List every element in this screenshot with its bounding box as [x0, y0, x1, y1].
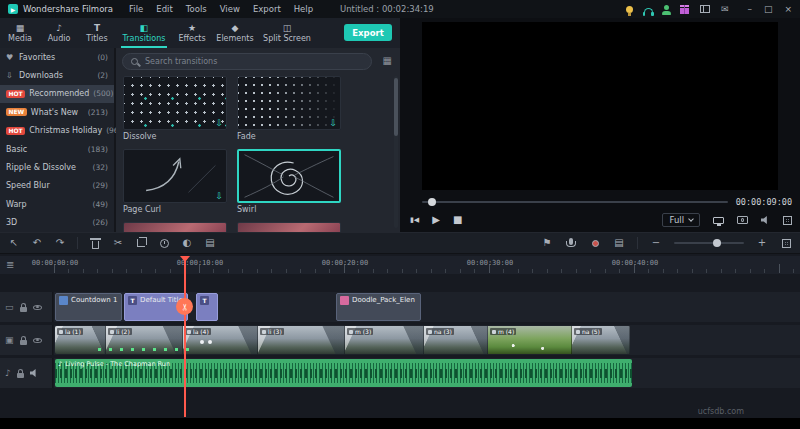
- keyframe-markers[interactable]: [94, 347, 189, 352]
- transition-item-swirl[interactable]: Swirl: [237, 149, 341, 214]
- maximize-button[interactable]: [764, 4, 773, 14]
- display-device-icon[interactable]: [713, 217, 724, 224]
- audio-track-lane[interactable]: Living Pulse - The Chapman Run: [54, 358, 800, 388]
- menu-tools[interactable]: Tools: [186, 4, 207, 14]
- lock-icon[interactable]: [17, 373, 24, 378]
- transition-item-fade[interactable]: Fade: [237, 76, 341, 141]
- scrollbar-thumb[interactable]: [394, 78, 398, 136]
- close-button[interactable]: [784, 4, 792, 14]
- speed-icon[interactable]: [160, 239, 169, 248]
- undo-icon[interactable]: [31, 238, 43, 248]
- color-tuning-icon[interactable]: [181, 238, 193, 248]
- transition-item-dissolve[interactable]: Dissolve: [123, 76, 227, 141]
- export-button[interactable]: Export: [344, 24, 392, 41]
- tab-effects[interactable]: Effects: [172, 18, 212, 48]
- play-button[interactable]: [432, 215, 440, 225]
- transition-thumbnail[interactable]: [237, 76, 341, 130]
- timeline-ruler[interactable]: 00:00:00:00 00:00:10:00 00:00:20:00 00:0…: [0, 256, 800, 274]
- pointer-tool-icon[interactable]: [8, 238, 20, 248]
- sidebar-item-3d[interactable]: 3D (26): [0, 214, 114, 232]
- redo-icon[interactable]: [54, 238, 66, 248]
- zoom-slider-handle[interactable]: [713, 239, 721, 247]
- seek-handle[interactable]: [428, 198, 436, 206]
- tab-elements[interactable]: Elements: [212, 18, 258, 48]
- feedback-mail-icon[interactable]: ✉: [721, 4, 729, 14]
- grid-view-icon[interactable]: [383, 56, 392, 66]
- download-icon[interactable]: [329, 119, 337, 128]
- green-screen-icon[interactable]: [204, 238, 216, 248]
- menu-help[interactable]: Help: [294, 4, 313, 14]
- visibility-icon[interactable]: [33, 305, 42, 310]
- video-clip-segment[interactable]: la (4): [183, 326, 258, 354]
- sidebar-item-basic[interactable]: Basic (183): [0, 140, 114, 158]
- menu-file[interactable]: File: [129, 4, 143, 14]
- tab-media[interactable]: Media: [0, 18, 40, 48]
- sidebar-item-favorites[interactable]: Favorites (0): [0, 48, 114, 66]
- delete-icon[interactable]: [92, 241, 99, 249]
- panel-scrollbar[interactable]: [394, 76, 398, 228]
- split-at-playhead-button[interactable]: [176, 298, 193, 315]
- video-track-lane[interactable]: la (1) li (2) la (4) li (3) m (3): [54, 325, 800, 355]
- menu-edit[interactable]: Edit: [156, 4, 172, 14]
- seek-bar[interactable]: [422, 201, 728, 203]
- download-icon[interactable]: [215, 192, 223, 201]
- transition-item-partial[interactable]: [237, 222, 341, 232]
- transition-thumbnail-selected[interactable]: [237, 149, 341, 203]
- video-clip-segment[interactable]: m (3): [345, 326, 424, 354]
- audio-mixer-icon[interactable]: [613, 238, 625, 248]
- fit-timeline-icon[interactable]: [782, 239, 791, 248]
- search-input[interactable]: [143, 56, 363, 67]
- gift-icon[interactable]: [680, 8, 689, 14]
- tab-titles[interactable]: Titles: [78, 18, 116, 48]
- clip-doodle-pack[interactable]: Doodle_Pack_Elen: [336, 293, 421, 321]
- minimize-button[interactable]: [747, 4, 752, 14]
- tab-transitions[interactable]: Transitions: [116, 18, 172, 48]
- video-clip-segment[interactable]: na (5): [572, 326, 630, 354]
- clip-countdown[interactable]: Countdown 1: [55, 293, 122, 321]
- transition-thumbnail[interactable]: [123, 149, 227, 203]
- fullscreen-icon[interactable]: [783, 216, 792, 225]
- lock-icon[interactable]: [20, 307, 27, 312]
- audio-clip[interactable]: Living Pulse - The Chapman Run: [55, 359, 632, 387]
- sidebar-item-whats-new[interactable]: NEW What's New (213): [0, 103, 114, 121]
- visibility-icon[interactable]: [33, 338, 42, 343]
- sidebar-item-christmas-holiday[interactable]: HOT Christmas Holiday (96): [0, 122, 114, 140]
- support-headset-icon[interactable]: [644, 8, 653, 14]
- snapshot-icon[interactable]: [737, 216, 748, 224]
- previous-frame-button[interactable]: [410, 215, 419, 225]
- search-bar[interactable]: [122, 53, 372, 70]
- video-clip-segment[interactable]: na (3): [424, 326, 488, 354]
- transition-item-page-curl[interactable]: Page Curl: [123, 149, 227, 214]
- tips-icon[interactable]: [626, 6, 633, 13]
- sidebar-item-ripple-dissolve[interactable]: Ripple & Dissolve (32): [0, 158, 114, 176]
- transition-thumbnail[interactable]: [237, 222, 341, 232]
- video-clip-segment[interactable]: m (4): [488, 326, 572, 354]
- zoom-in-icon[interactable]: [756, 238, 768, 248]
- zoom-out-icon[interactable]: [650, 238, 662, 248]
- zoom-level-dropdown[interactable]: Full: [662, 213, 700, 227]
- clip-title-short[interactable]: [196, 293, 218, 321]
- layout-panel-icon[interactable]: [700, 5, 710, 13]
- preview-video[interactable]: [422, 22, 778, 190]
- title-track-lane[interactable]: Countdown 1 Default Title Doodle_Pack_El…: [54, 292, 800, 322]
- marker-icon[interactable]: [541, 238, 553, 248]
- sidebar-item-speed-blur[interactable]: Speed Blur (29): [0, 177, 114, 195]
- sidebar-item-warp[interactable]: Warp (49): [0, 195, 114, 213]
- tab-split-screen[interactable]: Split Screen: [258, 18, 316, 48]
- account-icon[interactable]: [664, 5, 669, 10]
- sidebar-item-recommended[interactable]: HOT Recommended (500): [0, 85, 114, 103]
- sidebar-item-downloads[interactable]: Downloads (2): [0, 66, 114, 84]
- transition-item-partial[interactable]: [123, 222, 227, 232]
- split-icon[interactable]: [112, 238, 124, 248]
- mute-icon[interactable]: [30, 369, 39, 377]
- menu-export[interactable]: Export: [253, 4, 281, 14]
- stop-button[interactable]: [453, 215, 462, 225]
- lock-icon[interactable]: [20, 340, 27, 345]
- timeline-playhead[interactable]: [184, 256, 186, 417]
- transition-thumbnail[interactable]: [123, 76, 227, 130]
- menu-view[interactable]: View: [220, 4, 240, 14]
- tab-audio[interactable]: Audio: [40, 18, 78, 48]
- volume-icon[interactable]: [761, 216, 770, 224]
- manage-tracks-icon[interactable]: [6, 259, 14, 270]
- download-icon[interactable]: [215, 119, 223, 128]
